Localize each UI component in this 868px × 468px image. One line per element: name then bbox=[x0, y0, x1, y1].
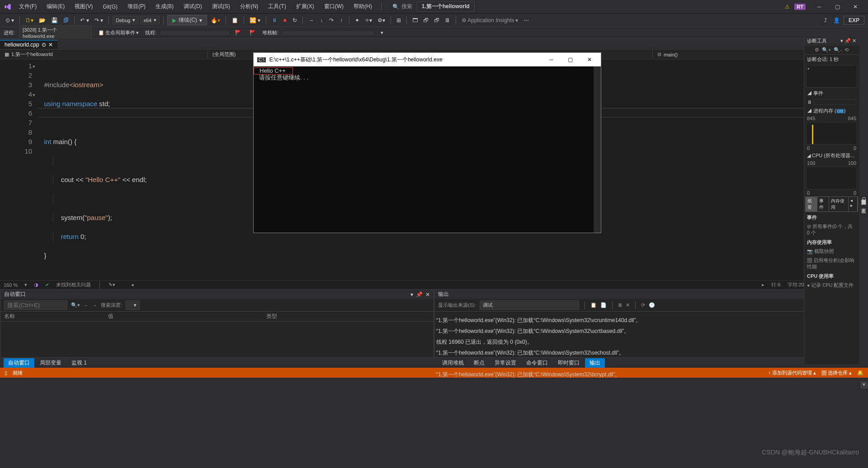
col-name-header[interactable]: 名称 bbox=[4, 313, 108, 320]
stackframe-dropdown[interactable] bbox=[283, 32, 373, 34]
step-into-icon[interactable]: ↓ bbox=[317, 16, 326, 25]
menu-analyze[interactable]: 分析(N) bbox=[237, 1, 261, 12]
account-icon[interactable]: 👤 bbox=[831, 16, 842, 25]
analysis-icon[interactable]: ◑ bbox=[34, 282, 38, 288]
tab-watch[interactable]: 监视 1 bbox=[67, 358, 91, 368]
diag-events-pause-icon[interactable]: ⏸ bbox=[807, 99, 812, 105]
flag2-icon[interactable]: 🚩 bbox=[248, 28, 258, 37]
menu-test[interactable]: 测试(S) bbox=[209, 1, 233, 12]
diag-drop-icon[interactable]: ▾ bbox=[840, 38, 843, 43]
diag-gear-icon[interactable]: ⚙ bbox=[815, 47, 819, 53]
tb-icon-e[interactable]: 🗖 bbox=[410, 16, 420, 25]
open-icon[interactable]: 📂 bbox=[37, 16, 47, 25]
tb-icon-c[interactable]: ⚙▾ bbox=[376, 16, 387, 25]
menu-file[interactable]: 文件(F) bbox=[16, 1, 39, 12]
tb-icon-g[interactable]: 🗗 bbox=[432, 16, 441, 25]
menu-extensions[interactable]: 扩展(X) bbox=[293, 1, 317, 12]
panel-dropdown-icon[interactable]: ▾ bbox=[410, 291, 413, 298]
flag-icon[interactable]: 🚩 bbox=[233, 28, 243, 37]
menu-help[interactable]: 帮助(H) bbox=[351, 1, 375, 12]
threads-icon[interactable]: 🔀 ▾ bbox=[248, 16, 262, 25]
minimize-button[interactable]: ─ bbox=[810, 0, 828, 14]
tb-icon-i[interactable]: ⋯ bbox=[522, 16, 531, 25]
tab-command[interactable]: 命令窗口 bbox=[522, 358, 552, 368]
tab-breakpoints[interactable]: 断点 bbox=[469, 358, 489, 368]
diag-timeline[interactable]: ▾ bbox=[806, 65, 857, 88]
output-text[interactable]: “1.第一个helloworld.exe”(Win32): 已加载“C:\Win… bbox=[434, 312, 860, 388]
diag-tab-mem[interactable]: 内存使用 bbox=[829, 197, 849, 211]
console-output[interactable]: Hello C++ 请按任意键继续. . . bbox=[254, 66, 594, 233]
out-icon-b[interactable]: 📄 bbox=[600, 302, 607, 308]
col-type-header[interactable]: 类型 bbox=[266, 313, 277, 320]
save-icon[interactable]: 💾 bbox=[49, 16, 60, 25]
thread-dropdown[interactable] bbox=[161, 32, 229, 34]
brush-icon[interactable]: ✎▾ bbox=[108, 282, 115, 288]
out-icon-a[interactable]: 📋 bbox=[590, 302, 597, 308]
diag-cpu-graph[interactable] bbox=[806, 167, 857, 189]
new-item-icon[interactable]: 🗋▾ bbox=[24, 16, 35, 25]
tab-output[interactable]: 输出 bbox=[585, 358, 605, 368]
menu-edit[interactable]: 编辑(E) bbox=[44, 1, 67, 12]
out-icon-c[interactable]: ≣ bbox=[618, 302, 622, 308]
process-dropdown[interactable]: [3028] 1.第一个helloworld.exe bbox=[19, 25, 92, 40]
search-go-icon[interactable]: 🔍▾ bbox=[71, 302, 80, 308]
solution-name[interactable]: 1.第一个helloworld bbox=[417, 1, 475, 12]
source-control[interactable]: ↑ 添加到源代码管理 ▴ bbox=[768, 370, 816, 376]
console-scrollbar[interactable] bbox=[594, 66, 601, 233]
stack-down-icon[interactable]: ▾ bbox=[378, 28, 386, 37]
diag-reset-icon[interactable]: ⟲ bbox=[844, 47, 849, 53]
diag-mem-label[interactable]: ◢ 进程内存 (GB) bbox=[804, 106, 859, 116]
console-maximize-icon[interactable]: ▢ bbox=[562, 56, 578, 63]
insights-icon[interactable]: ⚙ Application Insights ▾ bbox=[460, 16, 519, 25]
hot-reload-icon[interactable]: 🔥▾ bbox=[209, 16, 222, 25]
step-out-icon[interactable]: ↑ bbox=[337, 16, 345, 25]
autos-search-input[interactable] bbox=[4, 300, 67, 310]
tab-exceptions[interactable]: 异常设置 bbox=[490, 358, 521, 368]
console-titlebar[interactable]: C:\ E:\c++\1.c++基础\1.第一个helloworld\x64\D… bbox=[254, 53, 601, 66]
diag-pin-icon[interactable]: 📌 bbox=[844, 38, 851, 43]
redo-icon[interactable]: ↷ ▾ bbox=[93, 16, 105, 25]
notifications-icon[interactable]: 🔔 bbox=[857, 370, 863, 376]
warning-icon[interactable]: ⚠ bbox=[785, 4, 790, 10]
exp-button[interactable]: EXP bbox=[844, 16, 864, 25]
char-indicator[interactable]: 字符:20 bbox=[788, 281, 804, 288]
depth-dropdown[interactable]: ▾ bbox=[126, 300, 140, 310]
tb-icon-b[interactable]: ✧▾ bbox=[363, 16, 374, 25]
nav-next-icon[interactable]: → bbox=[92, 303, 97, 308]
pause-icon[interactable]: ⏸ bbox=[270, 16, 279, 25]
tab-callstack[interactable]: 调用堆栈 bbox=[438, 358, 468, 368]
console-minimize-icon[interactable]: ─ bbox=[544, 56, 559, 63]
tb-icon-h[interactable]: 🗏 bbox=[443, 16, 452, 25]
col-value-header[interactable]: 值 bbox=[108, 313, 266, 320]
diag-heap[interactable]: ▦ 启用堆分析(会影响性能 bbox=[804, 256, 859, 271]
diag-close-icon[interactable]: ✕ bbox=[852, 38, 856, 43]
diag-events-row[interactable]: ⊘ 所有事件(0 个，共 0 个 bbox=[804, 222, 859, 238]
diag-tab-more[interactable]: ◂ ▸ bbox=[849, 197, 858, 211]
menu-git[interactable]: Git(G) bbox=[100, 2, 120, 12]
save-all-icon[interactable]: 🗐 bbox=[61, 16, 71, 25]
diag-zoomout-icon[interactable]: 🔍- bbox=[834, 47, 842, 53]
lifecycle-icon[interactable]: 📋 生命周期事件 ▾ bbox=[96, 28, 141, 37]
side-rail[interactable]: 解决方案资源管理器 Git 更改 bbox=[859, 36, 868, 364]
pin-icon[interactable]: ⊙ bbox=[42, 42, 46, 48]
zoom-level[interactable]: 160 % bbox=[4, 282, 18, 288]
diag-events-label[interactable]: ◢ 事件 bbox=[804, 89, 859, 98]
tb-icon-d[interactable]: ⊞ bbox=[395, 16, 403, 25]
menu-debug[interactable]: 调试(D) bbox=[181, 1, 205, 12]
menu-window[interactable]: 窗口(W) bbox=[321, 1, 346, 12]
process-icon[interactable]: 📋 bbox=[230, 16, 240, 25]
nav-back-icon[interactable]: ⊙ ▾ bbox=[4, 16, 16, 25]
share-icon[interactable]: ⤴ bbox=[821, 16, 830, 25]
console-close-icon[interactable]: ✕ bbox=[582, 56, 597, 63]
tab-autos[interactable]: 自动窗口 bbox=[4, 358, 34, 368]
restart-icon[interactable]: ↻ bbox=[291, 16, 299, 25]
line-indicator[interactable]: 行:6 bbox=[771, 281, 780, 288]
tb-icon-f[interactable]: 🗗 bbox=[421, 16, 430, 25]
issues-label[interactable]: 未找到相关问题 bbox=[56, 281, 91, 288]
diag-zoomin-icon[interactable]: 🔍+ bbox=[822, 47, 831, 53]
menu-build[interactable]: 生成(B) bbox=[153, 1, 176, 12]
diag-snapshot[interactable]: 📷 截取快照 bbox=[804, 247, 859, 256]
out-icon-f[interactable]: 🕐 bbox=[649, 302, 655, 308]
step-over-icon[interactable]: ↷ bbox=[327, 16, 335, 25]
output-source-dropdown[interactable]: 调试 bbox=[480, 300, 579, 310]
